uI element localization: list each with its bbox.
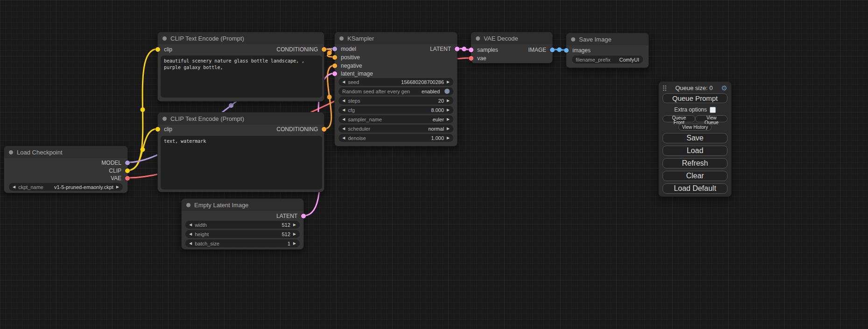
view-queue-button[interactable]: View Queue — [695, 115, 727, 122]
decrement-icon[interactable]: ◀ — [189, 242, 192, 245]
decrement-icon[interactable]: ◀ — [342, 118, 345, 121]
vae-output-dot[interactable] — [125, 176, 130, 181]
load-button[interactable]: Load — [663, 146, 727, 156]
clear-button[interactable]: Clear — [663, 171, 727, 181]
decrement-icon[interactable]: ◀ — [189, 223, 192, 227]
node-load-checkpoint[interactable]: Load Checkpoint MODEL CLIP VAE ◀ ckpt_na… — [4, 146, 128, 193]
increment-icon[interactable]: ▶ — [447, 99, 450, 103]
input-slot-model[interactable]: model — [332, 45, 356, 53]
clip-output-dot[interactable] — [125, 168, 130, 173]
increment-icon[interactable]: ▶ — [447, 127, 450, 131]
increment-icon[interactable]: ▶ — [447, 118, 450, 121]
node-ksampler[interactable]: KSampler model LATENT positive negative … — [334, 32, 458, 147]
output-slot-image[interactable]: IMAGE — [528, 46, 555, 54]
node-empty-latent-image[interactable]: Empty Latent Image LATENT ◀ width 512 ▶ … — [181, 198, 304, 250]
widget-height[interactable]: ◀ height 512 ▶ — [185, 230, 300, 238]
widget-steps[interactable]: ◀ steps 20 ▶ — [339, 97, 453, 105]
node-title-bar[interactable]: Save Image — [566, 33, 649, 45]
node-title-bar[interactable]: CLIP Text Encode (Prompt) — [158, 32, 324, 44]
comfy-menu-panel[interactable]: Queue size: 0 ⚙ Queue Prompt Extra optio… — [658, 81, 732, 197]
increment-icon[interactable]: ▶ — [447, 136, 450, 140]
load-default-button[interactable]: Load Default — [663, 183, 727, 194]
increment-icon[interactable]: ▶ — [293, 242, 296, 245]
node-title-bar[interactable]: Load Checkpoint — [4, 146, 127, 158]
widget-sampler-name[interactable]: ◀ sampler_name euler ▶ — [339, 115, 453, 123]
latent-image-input-dot[interactable] — [332, 71, 337, 76]
collapse-dot-icon[interactable] — [339, 36, 344, 41]
collapse-dot-icon[interactable] — [162, 117, 167, 121]
prompt-textarea[interactable]: beautiful scenery nature glass bottle la… — [161, 56, 322, 98]
input-slot-vae[interactable]: vae — [469, 54, 486, 63]
clip-input-dot[interactable] — [155, 47, 160, 52]
input-slot-images[interactable]: images — [564, 46, 591, 55]
toggle-dot-icon[interactable] — [445, 89, 450, 94]
output-slot-latent[interactable]: LATENT — [276, 212, 306, 220]
output-slot-conditioning[interactable]: CONDITIONING — [276, 45, 326, 54]
model-output-dot[interactable] — [125, 161, 130, 165]
node-title-bar[interactable]: CLIP Text Encode (Prompt) — [158, 112, 324, 125]
view-history-button[interactable]: View History — [678, 124, 712, 131]
decrement-icon[interactable]: ◀ — [342, 127, 345, 131]
widget-width[interactable]: ◀ width 512 ▶ — [185, 221, 300, 229]
image-output-dot[interactable] — [550, 48, 555, 52]
decrement-icon[interactable]: ◀ — [342, 136, 345, 140]
widget-filename-prefix[interactable]: filename_prefix ComfyUI — [572, 56, 643, 63]
model-input-dot[interactable] — [332, 47, 337, 51]
node-title-bar[interactable]: Empty Latent Image — [182, 199, 303, 211]
input-slot-samples[interactable]: samples — [469, 46, 498, 54]
output-slot-model[interactable]: MODEL — [101, 159, 130, 167]
output-slot-latent[interactable]: LATENT — [430, 45, 459, 53]
settings-gear-icon[interactable]: ⚙ — [721, 84, 727, 91]
prompt-textarea[interactable]: text, watermark — [161, 136, 322, 189]
widget-seed[interactable]: ◀ seed 156680208700286 ▶ — [339, 78, 453, 86]
node-clip-text-encode-negative[interactable]: CLIP Text Encode (Prompt) clip CONDITION… — [157, 112, 325, 192]
positive-input-dot[interactable] — [332, 55, 337, 60]
conditioning-output-dot[interactable] — [322, 127, 326, 132]
node-title-bar[interactable]: VAE Decode — [471, 32, 552, 44]
collapse-dot-icon[interactable] — [9, 150, 13, 154]
samples-input-dot[interactable] — [469, 48, 473, 52]
input-slot-latent-image[interactable]: latent_image — [332, 70, 373, 78]
collapse-dot-icon[interactable] — [571, 37, 575, 42]
widget-batch-size[interactable]: ◀ batch_size 1 ▶ — [185, 239, 300, 247]
widget-scheduler[interactable]: ◀ scheduler normal ▶ — [339, 125, 453, 133]
collapse-dot-icon[interactable] — [476, 36, 480, 41]
input-slot-clip[interactable]: clip — [155, 125, 172, 133]
collapse-dot-icon[interactable] — [186, 203, 191, 207]
decrement-icon[interactable]: ◀ — [189, 232, 192, 236]
widget-cfg[interactable]: ◀ cfg 8.000 ▶ — [339, 106, 453, 114]
extra-options-checkbox[interactable] — [710, 107, 716, 113]
collapse-dot-icon[interactable] — [162, 36, 167, 41]
vae-input-dot[interactable] — [469, 56, 473, 61]
increment-icon[interactable]: ▶ — [447, 108, 450, 112]
output-slot-conditioning[interactable]: CONDITIONING — [276, 125, 326, 133]
widget-random-seed-toggle[interactable]: Random seed after every gen enabled — [339, 87, 453, 95]
widget-ckpt-name[interactable]: ◀ ckpt_name v1-5-pruned-emaonly.ckpt ▶ — [9, 183, 123, 191]
decrement-icon[interactable]: ◀ — [13, 185, 15, 189]
node-vae-decode[interactable]: VAE Decode samples IMAGE vae — [471, 32, 553, 63]
widget-denoise[interactable]: ◀ denoise 1.000 ▶ — [339, 134, 453, 142]
increment-icon[interactable]: ▶ — [116, 185, 119, 189]
input-slot-clip[interactable]: clip — [155, 45, 172, 54]
queue-front-button[interactable]: Queue Front — [663, 115, 695, 122]
conditioning-output-dot[interactable] — [322, 47, 326, 52]
refresh-button[interactable]: Refresh — [663, 158, 727, 168]
decrement-icon[interactable]: ◀ — [342, 108, 345, 112]
increment-icon[interactable]: ▶ — [293, 232, 296, 236]
increment-icon[interactable]: ▶ — [447, 80, 450, 84]
latent-output-dot[interactable] — [301, 214, 306, 218]
decrement-icon[interactable]: ◀ — [342, 80, 345, 84]
increment-icon[interactable]: ▶ — [293, 223, 296, 227]
queue-prompt-button[interactable]: Queue Prompt — [663, 93, 727, 103]
graph-canvas[interactable]: Load Checkpoint MODEL CLIP VAE ◀ ckpt_na… — [0, 0, 868, 329]
input-slot-positive[interactable]: positive — [332, 53, 360, 62]
decrement-icon[interactable]: ◀ — [342, 99, 345, 103]
input-slot-negative[interactable]: negative — [332, 62, 362, 70]
drag-handle-icon[interactable] — [663, 85, 667, 91]
output-slot-vae[interactable]: VAE — [111, 174, 130, 182]
save-button[interactable]: Save — [663, 133, 727, 143]
latent-output-dot[interactable] — [455, 47, 459, 51]
node-title-bar[interactable]: KSampler — [335, 32, 457, 44]
clip-input-dot[interactable] — [155, 127, 160, 132]
node-clip-text-encode-positive[interactable]: CLIP Text Encode (Prompt) clip CONDITION… — [157, 32, 325, 102]
